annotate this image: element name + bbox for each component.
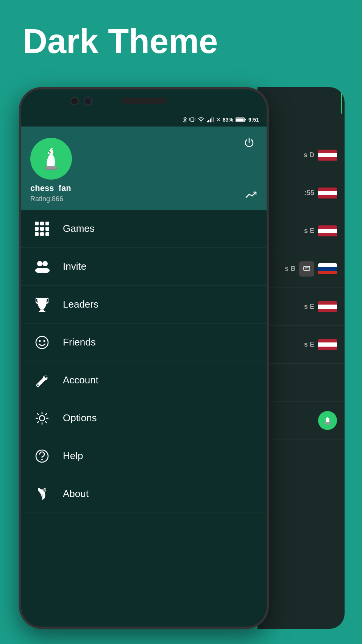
right-panel-row-2: :55 (257, 174, 345, 212)
options-label: Options (63, 412, 97, 424)
nav-item-help[interactable]: Help (21, 437, 267, 475)
help-label: Help (63, 450, 83, 462)
phone-camera-right (84, 97, 92, 105)
nav-item-options[interactable]: Options (21, 399, 267, 437)
svg-rect-16 (211, 117, 212, 122)
nav-menu: Games Invite (21, 210, 267, 627)
x-icon (217, 118, 220, 122)
right-panel-row-6: s E (257, 326, 345, 364)
phone-frame: 83% 9:51 (19, 87, 269, 629)
username: chess_fan (30, 183, 71, 193)
friends-label: Friends (63, 336, 96, 348)
flag-us-5 (318, 339, 337, 350)
games-icon (33, 219, 51, 238)
svg-point-37 (39, 416, 45, 421)
avatar (30, 138, 72, 180)
status-icons: 83% 9:51 (183, 117, 259, 123)
signal-icon (207, 117, 214, 122)
chat-icon[interactable] (299, 261, 314, 277)
grid-icon (35, 222, 49, 236)
right-panel-rows: s D :55 s E s B s E (257, 133, 345, 443)
right-panel-row-3: s E (257, 212, 345, 250)
right-panel-row: s D (257, 136, 345, 174)
nav-item-games[interactable]: Games (21, 210, 267, 248)
phone-speaker (121, 98, 167, 104)
account-label: Account (63, 374, 98, 386)
chess-knight-icon (38, 145, 64, 172)
scrollbar[interactable] (341, 91, 342, 114)
svg-point-27 (37, 261, 42, 266)
right-panel: s D :55 s E s B s E (257, 87, 345, 629)
right-panel-row-7 (257, 364, 345, 402)
friends-icon (33, 333, 51, 352)
wifi-icon (198, 117, 204, 122)
svg-rect-14 (208, 120, 209, 122)
svg-rect-24 (46, 166, 56, 169)
leaders-label: Leaders (63, 299, 98, 310)
svg-rect-32 (39, 311, 45, 312)
page-title: Dark Theme (23, 23, 218, 60)
nav-item-leaders[interactable]: Leaders (21, 286, 267, 324)
battery-percent: 83% (223, 117, 233, 123)
about-icon (33, 485, 51, 503)
right-text-2: :55 (304, 189, 314, 197)
svg-point-35 (44, 340, 45, 342)
vibrate-icon (189, 117, 195, 123)
svg-rect-31 (40, 309, 44, 311)
invite-icon (33, 257, 51, 276)
battery-icon (236, 117, 246, 122)
svg-point-33 (36, 336, 48, 349)
svg-rect-13 (207, 121, 208, 122)
svg-point-39 (41, 459, 43, 460)
svg-rect-21 (245, 119, 246, 120)
svg-rect-22 (236, 119, 243, 121)
right-panel-row-8 (257, 402, 345, 439)
flag-us-1 (318, 150, 337, 161)
power-button[interactable] (241, 134, 257, 151)
phone-camera-left (70, 97, 79, 105)
right-panel-row-5: s E (257, 288, 345, 326)
right-text-4: s B (285, 265, 295, 273)
invite-label: Invite (63, 261, 86, 272)
nav-item-friends[interactable]: Friends (21, 324, 267, 361)
profile-header: chess_fan Rating:866 (21, 127, 267, 210)
flag-us-3 (318, 225, 337, 237)
clock: 9:51 (248, 117, 259, 123)
flag-ru-1 (318, 263, 337, 275)
svg-point-34 (39, 340, 41, 342)
about-label: About (63, 488, 89, 500)
nav-item-account[interactable]: Account (21, 361, 267, 399)
svg-point-4 (326, 418, 327, 420)
right-panel-row-4: s B (257, 250, 345, 288)
account-icon (33, 371, 51, 390)
right-text-3: s E (304, 227, 314, 235)
rating: Rating:866 (30, 195, 63, 203)
flag-us-4 (318, 301, 337, 313)
svg-rect-17 (213, 117, 214, 122)
right-text-1: s D (304, 151, 314, 159)
svg-point-28 (42, 261, 48, 266)
svg-point-12 (200, 122, 201, 123)
trend-icon (245, 189, 257, 202)
nav-item-about[interactable]: About (21, 475, 267, 513)
flag-us-2 (318, 188, 337, 199)
help-icon (33, 447, 51, 466)
svg-point-36 (37, 385, 39, 386)
bluetooth-icon (183, 117, 187, 123)
options-icon (33, 409, 51, 428)
svg-rect-0 (304, 266, 310, 270)
phone-screen: 83% 9:51 (21, 89, 267, 627)
status-bar: 83% 9:51 (21, 113, 267, 127)
leaders-icon (33, 295, 51, 314)
svg-rect-5 (191, 118, 194, 122)
games-label: Games (63, 223, 95, 234)
right-text-5: s E (304, 303, 314, 311)
nav-item-invite[interactable]: Invite (21, 248, 267, 286)
svg-point-30 (41, 268, 50, 273)
right-text-6: s E (304, 341, 314, 349)
svg-rect-15 (210, 119, 211, 122)
